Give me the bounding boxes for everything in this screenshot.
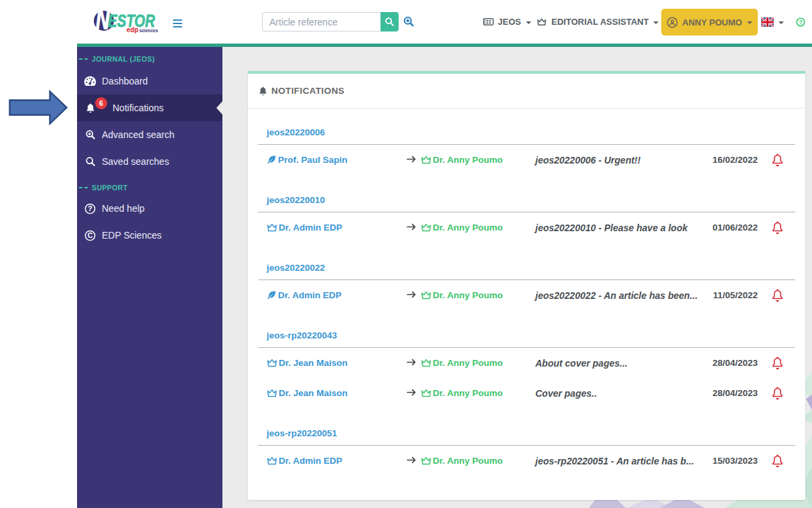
svg-text:?: ? [799, 19, 802, 25]
svg-text:?: ? [88, 204, 92, 212]
svg-text:C: C [88, 231, 93, 239]
